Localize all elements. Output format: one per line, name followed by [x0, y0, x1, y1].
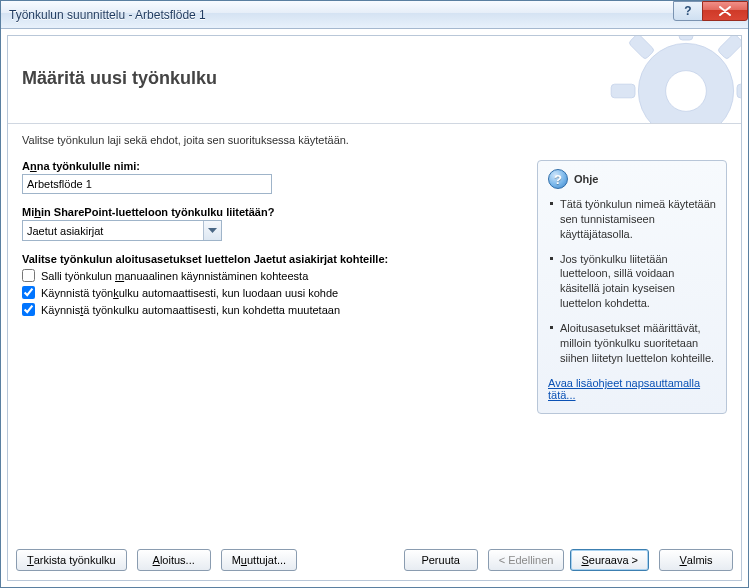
svg-rect-3 — [611, 84, 635, 98]
columns: Anna työnkululle nimi: Mihin SharePoint-… — [22, 160, 727, 540]
chevron-down-icon[interactable] — [203, 221, 221, 240]
init-button[interactable]: Aloitus... — [137, 549, 211, 571]
wizard-window: Työnkulun suunnittelu - Arbetsflöde 1 ? … — [0, 0, 749, 588]
help-panel-header: ? Ohje — [548, 169, 716, 189]
help-panel: ? Ohje Tätä työnkulun nimeä käytetään se… — [537, 160, 727, 414]
help-item: Tätä työnkulun nimeä käytetään sen tunni… — [548, 197, 716, 242]
content-frame: Määritä uusi työnkulku — [1, 29, 748, 587]
svg-point-9 — [666, 71, 707, 112]
list-label: Mihin SharePoint-luetteloon työnkulku li… — [22, 206, 523, 218]
checkbox-auto-change[interactable]: Käynnistä työnkulku automaattisesti, kun… — [22, 303, 523, 316]
content-inner: Määritä uusi työnkulku — [7, 35, 742, 581]
checkbox-manual-start[interactable]: Salli työnkulun manuaalinen käynnistämin… — [22, 269, 523, 282]
help-panel-column: ? Ohje Tätä työnkulun nimeä käytetään se… — [537, 160, 727, 414]
window-title: Työnkulun suunnittelu - Arbetsflöde 1 — [9, 8, 206, 22]
svg-rect-5 — [717, 36, 741, 60]
banner: Määritä uusi työnkulku — [8, 36, 741, 124]
titlebar: Työnkulun suunnittelu - Arbetsflöde 1 ? — [1, 1, 748, 29]
close-button[interactable] — [702, 1, 748, 21]
back-button[interactable]: < Edellinen — [488, 549, 565, 571]
titlebar-buttons: ? — [674, 1, 748, 21]
checkbox-manual-start-input[interactable] — [22, 269, 35, 282]
gear-icon — [601, 36, 741, 124]
help-item: Aloitusasetukset määrittävät, milloin ty… — [548, 321, 716, 366]
workflow-name-input[interactable] — [22, 174, 272, 194]
name-label: Anna työnkululle nimi: — [22, 160, 523, 172]
help-icon: ? — [548, 169, 568, 189]
svg-rect-4 — [737, 84, 741, 98]
help-list: Tätä työnkulun nimeä käytetään sen tunni… — [548, 197, 716, 365]
checkbox-manual-start-label: Salli työnkulun manuaalinen käynnistämin… — [41, 270, 308, 282]
checkbox-auto-change-label: Käynnistä työnkulku automaattisesti, kun… — [41, 304, 340, 316]
checkbox-auto-change-input[interactable] — [22, 303, 35, 316]
svg-rect-1 — [679, 36, 693, 40]
finish-button[interactable]: Valmis — [659, 549, 733, 571]
variables-button[interactable]: Muuttujat... — [221, 549, 297, 571]
list-combobox[interactable]: Jaetut asiakirjat — [22, 220, 222, 241]
page-title: Määritä uusi työnkulku — [22, 68, 217, 89]
start-settings-heading: Valitse työnkulun aloitusasetukset luett… — [22, 253, 523, 265]
intro-text: Valitse työnkulun laji sekä ehdot, joita… — [22, 134, 727, 146]
cancel-button[interactable]: Peruuta — [404, 549, 478, 571]
help-title: Ohje — [574, 173, 598, 185]
checkbox-auto-new-label: Käynnistä työnkulku automaattisesti, kun… — [41, 287, 338, 299]
left-column: Anna työnkululle nimi: Mihin SharePoint-… — [22, 160, 523, 320]
help-more-link[interactable]: Avaa lisäohjeet napsauttamalla tätä... — [548, 377, 716, 401]
checkbox-auto-new[interactable]: Käynnistä työnkulku automaattisesti, kun… — [22, 286, 523, 299]
next-button[interactable]: Seuraava > — [570, 549, 649, 571]
help-button[interactable]: ? — [673, 1, 703, 21]
svg-rect-7 — [628, 36, 654, 60]
help-item: Jos työnkulku liitetään luetteloon, sill… — [548, 252, 716, 311]
check-workflow-button[interactable]: Tarkista työnkulku — [16, 549, 127, 571]
list-combobox-value: Jaetut asiakirjat — [23, 225, 203, 237]
button-row: Tarkista työnkulku Aloitus... Muuttujat.… — [8, 540, 741, 580]
body-area: Valitse työnkulun laji sekä ehdot, joita… — [8, 124, 741, 540]
checkbox-auto-new-input[interactable] — [22, 286, 35, 299]
